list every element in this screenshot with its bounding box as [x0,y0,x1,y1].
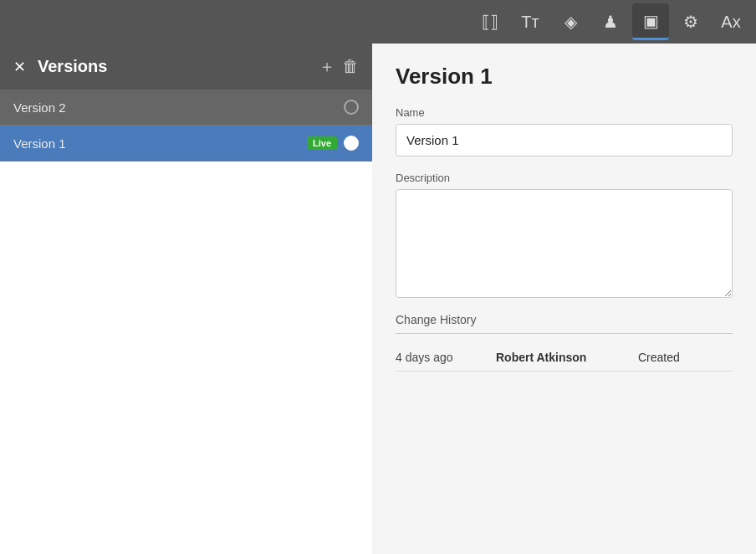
versions-sidebar: ✕ Versions ＋ 🗑 Version 2Version 1Live [0,44,372,554]
panel-title: Version 1 [396,64,733,90]
user-icon[interactable]: ♟ [592,3,629,40]
sidebar-header: ✕ Versions ＋ 🗑 [0,44,372,90]
sidebar-title: Versions [38,57,310,76]
history-time-1: 4 days ago [396,351,479,364]
brackets-icon[interactable]: ⟦⟧ [472,3,508,40]
history-action-1: Created [638,351,680,364]
name-label: Name [396,106,733,119]
history-divider [396,333,733,334]
live-badge-2: Live [307,136,337,150]
main-area: ✕ Versions ＋ 🗑 Version 2Version 1Live Ve… [0,44,756,554]
version-item-1[interactable]: Version 2 [0,90,372,126]
settings-icon[interactable]: ⚙ [672,3,709,40]
toolbar: ⟦⟧Tт◈♟▣⚙Ax [0,0,756,44]
description-label: Description [396,172,733,184]
change-history-label: Change History [396,313,733,326]
version-radio-2[interactable] [344,136,359,151]
versions-icon[interactable]: ▣ [632,3,669,40]
history-rows: 4 days agoRobert AtkinsonCreated [396,344,733,372]
sidebar-actions: ＋ 🗑 [319,55,359,78]
text-icon[interactable]: Tт [512,3,549,40]
accessibility-icon[interactable]: Ax [713,3,749,40]
version-label-1: Version 2 [13,100,337,115]
delete-version-button[interactable]: 🗑 [342,55,359,78]
layers-icon[interactable]: ◈ [552,3,589,40]
version-detail-panel: Version 1 Name Description Change Histor… [372,44,756,554]
history-row-1: 4 days agoRobert AtkinsonCreated [396,344,733,372]
description-input[interactable] [396,189,733,298]
version-list: Version 2Version 1Live [0,90,372,162]
close-button[interactable]: ✕ [13,58,26,76]
sidebar-canvas [0,162,372,554]
version-label-2: Version 1 [13,136,294,151]
version-radio-1[interactable] [344,100,359,115]
name-input[interactable] [396,124,733,156]
version-item-2[interactable]: Version 1Live [0,126,372,162]
add-version-button[interactable]: ＋ [319,55,335,78]
history-user-1: Robert Atkinson [496,351,621,364]
